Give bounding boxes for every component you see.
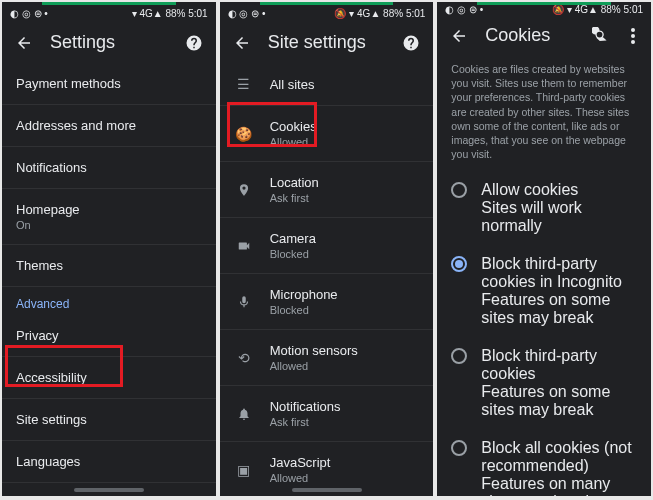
settings-item-privacy[interactable]: Privacy bbox=[2, 315, 216, 357]
cookies-description: Cookies are files created by websites yo… bbox=[437, 56, 651, 171]
help-icon[interactable] bbox=[184, 33, 204, 53]
overflow-icon[interactable] bbox=[627, 26, 639, 46]
site-settings-list: ☰All sites 🍪CookiesAllowed LocationAsk f… bbox=[220, 63, 434, 484]
back-icon[interactable] bbox=[232, 33, 252, 53]
help-icon[interactable] bbox=[401, 33, 421, 53]
advanced-section-label: Advanced bbox=[2, 287, 216, 315]
svg-point-0 bbox=[631, 28, 635, 32]
item-microphone[interactable]: MicrophoneBlocked bbox=[220, 274, 434, 330]
search-icon[interactable] bbox=[591, 26, 611, 46]
app-bar: Settings bbox=[2, 22, 216, 63]
settings-item-languages[interactable]: Languages bbox=[2, 441, 216, 483]
page-title: Cookies bbox=[485, 25, 575, 46]
status-bar: ◐ ◎ ⊜ • 🔕 ▾ 4G▲ 88% 5:01 bbox=[220, 2, 434, 22]
settings-item-homepage[interactable]: HomepageOn bbox=[2, 189, 216, 245]
accent-bar bbox=[42, 2, 176, 5]
app-bar: Site settings bbox=[220, 22, 434, 63]
radio-icon bbox=[451, 440, 467, 456]
accent-bar bbox=[477, 2, 611, 5]
item-cookies[interactable]: 🍪CookiesAllowed bbox=[220, 106, 434, 162]
option-block-3p[interactable]: Block third-party cookiesFeatures on som… bbox=[437, 337, 651, 429]
option-allow[interactable]: Allow cookiesSites will work normally bbox=[437, 171, 651, 245]
option-block-3p-incognito[interactable]: Block third-party cookies in IncognitoFe… bbox=[437, 245, 651, 337]
status-bar: ◐ ◎ ⊜ • ▾ 4G▲ 88% 5:01 bbox=[2, 2, 216, 22]
cookie-options: Allow cookiesSites will work normally Bl… bbox=[437, 171, 651, 496]
item-location[interactable]: LocationAsk first bbox=[220, 162, 434, 218]
location-icon bbox=[234, 183, 254, 197]
radio-icon bbox=[451, 348, 467, 364]
motion-icon: ⟲ bbox=[234, 350, 254, 366]
camera-icon bbox=[234, 239, 254, 253]
settings-screen: ◐ ◎ ⊜ • ▾ 4G▲ 88% 5:01 Settings Payment … bbox=[2, 2, 216, 496]
back-icon[interactable] bbox=[449, 26, 469, 46]
page-title: Site settings bbox=[268, 32, 386, 53]
radio-icon bbox=[451, 256, 467, 272]
accent-bar bbox=[260, 2, 394, 5]
option-block-all[interactable]: Block all cookies (not recommended)Featu… bbox=[437, 429, 651, 496]
js-icon: ▣ bbox=[234, 462, 254, 478]
page-title: Settings bbox=[50, 32, 168, 53]
item-notifications[interactable]: NotificationsAsk first bbox=[220, 386, 434, 442]
back-icon[interactable] bbox=[14, 33, 34, 53]
settings-item-payment[interactable]: Payment methods bbox=[2, 63, 216, 105]
settings-item-addresses[interactable]: Addresses and more bbox=[2, 105, 216, 147]
item-camera[interactable]: CameraBlocked bbox=[220, 218, 434, 274]
cookies-screen: ◐ ◎ ⊜ • 🔕 ▾ 4G▲ 88% 5:01 Cookies Cookies… bbox=[437, 2, 651, 496]
bell-icon bbox=[234, 407, 254, 421]
site-settings-screen: ◐ ◎ ⊜ • 🔕 ▾ 4G▲ 88% 5:01 Site settings ☰… bbox=[220, 2, 434, 496]
radio-icon bbox=[451, 182, 467, 198]
item-motion[interactable]: ⟲Motion sensorsAllowed bbox=[220, 330, 434, 386]
settings-item-accessibility[interactable]: Accessibility bbox=[2, 357, 216, 399]
settings-item-site-settings[interactable]: Site settings bbox=[2, 399, 216, 441]
settings-list: Payment methods Addresses and more Notif… bbox=[2, 63, 216, 484]
list-icon: ☰ bbox=[234, 76, 254, 92]
nav-pill bbox=[292, 488, 362, 492]
svg-point-2 bbox=[631, 40, 635, 44]
settings-item-lite-mode[interactable]: Lite modeOff bbox=[2, 483, 216, 484]
nav-pill bbox=[74, 488, 144, 492]
item-all-sites[interactable]: ☰All sites bbox=[220, 63, 434, 106]
mic-icon bbox=[234, 295, 254, 309]
settings-item-notifications[interactable]: Notifications bbox=[2, 147, 216, 189]
app-bar: Cookies bbox=[437, 15, 651, 56]
cookie-icon: 🍪 bbox=[234, 126, 254, 142]
svg-point-1 bbox=[631, 34, 635, 38]
settings-item-themes[interactable]: Themes bbox=[2, 245, 216, 287]
item-javascript[interactable]: ▣JavaScriptAllowed bbox=[220, 442, 434, 484]
